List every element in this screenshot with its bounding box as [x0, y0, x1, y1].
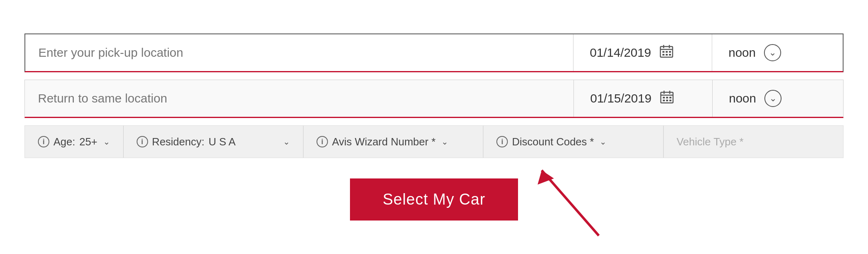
pickup-row: 01/14/2019 noon ⌄	[24, 33, 844, 72]
svg-rect-4	[662, 51, 664, 53]
discount-label: Discount Codes *	[512, 136, 594, 148]
options-bar: i Age: 25+ ⌄ i Residency: U S A ⌄ i Avis…	[24, 125, 844, 158]
pickup-date-wrap[interactable]: 01/14/2019	[574, 34, 712, 71]
svg-rect-8	[666, 54, 668, 56]
pickup-time-chevron[interactable]: ⌄	[764, 44, 781, 61]
lower-section: i Age: 25+ ⌄ i Residency: U S A ⌄ i Avis…	[24, 125, 844, 221]
svg-rect-17	[663, 100, 665, 101]
svg-rect-14	[663, 97, 665, 98]
pickup-calendar-icon[interactable]	[659, 44, 674, 62]
return-location-wrap[interactable]	[25, 80, 574, 117]
residency-chevron-icon[interactable]: ⌄	[283, 137, 290, 147]
pickup-time-wrap[interactable]: noon ⌄	[712, 34, 843, 71]
return-time: noon	[729, 91, 756, 105]
age-value: 25+	[80, 136, 97, 148]
svg-rect-9	[669, 54, 671, 56]
age-chevron-icon[interactable]: ⌄	[103, 137, 110, 147]
return-calendar-icon[interactable]	[660, 89, 674, 107]
svg-rect-19	[669, 100, 671, 101]
pickup-date: 01/14/2019	[590, 46, 651, 60]
residency-label: Residency:	[152, 136, 205, 148]
vehicle-option[interactable]: Vehicle Type *	[664, 126, 843, 158]
residency-info-icon[interactable]: i	[137, 136, 148, 147]
select-car-button[interactable]: Select My Car	[350, 178, 518, 221]
age-label: Age:	[53, 136, 75, 148]
svg-rect-6	[669, 51, 671, 53]
return-time-wrap[interactable]: noon ⌄	[713, 80, 843, 117]
pickup-time: noon	[728, 46, 756, 60]
return-location-input[interactable]	[38, 91, 560, 105]
svg-rect-15	[666, 97, 668, 98]
pickup-location-wrap[interactable]	[25, 34, 574, 71]
return-row: 01/15/2019 noon ⌄	[24, 80, 844, 118]
wizard-chevron-icon[interactable]: ⌄	[441, 137, 448, 147]
residency-option[interactable]: i Residency: U S A ⌄	[124, 126, 303, 158]
discount-chevron-icon[interactable]: ⌄	[600, 137, 607, 147]
return-date-wrap[interactable]: 01/15/2019	[574, 80, 713, 117]
svg-rect-7	[662, 54, 664, 56]
discount-option[interactable]: i Discount Codes * ⌄	[483, 126, 663, 158]
return-date: 01/15/2019	[590, 91, 651, 105]
return-time-chevron[interactable]: ⌄	[764, 90, 782, 107]
age-info-icon[interactable]: i	[38, 136, 49, 147]
svg-rect-5	[666, 51, 668, 53]
svg-rect-16	[669, 97, 671, 98]
residency-value: U S A	[208, 136, 235, 148]
svg-rect-18	[666, 100, 668, 101]
pickup-location-input[interactable]	[38, 46, 560, 60]
wizard-label: Avis Wizard Number *	[332, 136, 436, 148]
wizard-option[interactable]: i Avis Wizard Number * ⌄	[303, 126, 483, 158]
vehicle-label: Vehicle Type *	[677, 136, 744, 148]
button-row: Select My Car	[24, 178, 844, 221]
wizard-info-icon[interactable]: i	[317, 136, 328, 147]
age-option[interactable]: i Age: 25+ ⌄	[25, 126, 124, 158]
discount-info-icon[interactable]: i	[496, 136, 508, 147]
